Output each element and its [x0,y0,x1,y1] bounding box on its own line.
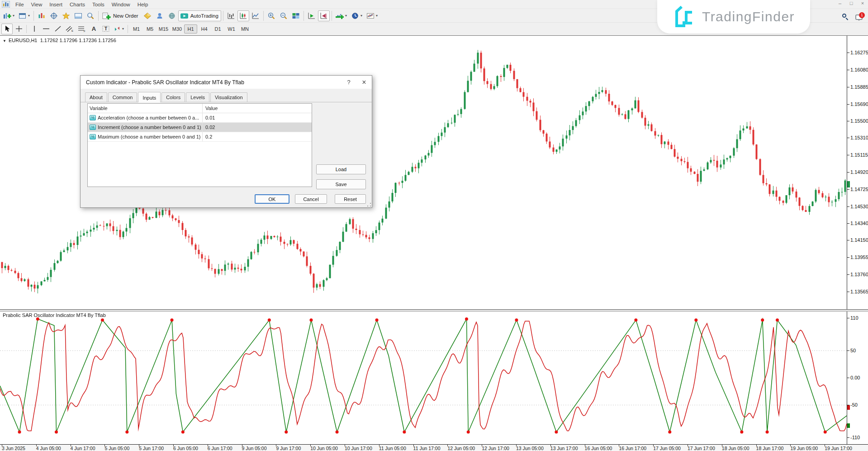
timeframe-d1[interactable]: D1 [211,24,224,34]
dialog-title: Custom Indicator - Prabolic SAR Oscillat… [86,79,341,86]
tab-about[interactable]: About [85,92,107,102]
price-axis-label: 1.14530 [850,204,868,209]
vertical-line-button[interactable] [28,24,40,34]
menu-file[interactable]: File [12,2,28,7]
dialog-help-button[interactable]: ? [341,76,356,89]
zoom-out-button[interactable] [278,10,289,21]
param-row-increment[interactable]: ½Increment (choose a number between 0 an… [88,123,312,132]
alerts-button[interactable] [166,10,178,21]
time-axis-label: 13 Jun 17:00 [550,446,578,451]
toolbar-separator [223,11,223,21]
fibonacci-button[interactable]: F [76,24,88,34]
time-axis-label: 16 Jun 17:00 [619,446,646,451]
time-axis-label: 10 Jun 17:00 [345,446,372,451]
community-button[interactable] [154,10,166,21]
chat-icon[interactable]: 1 [855,14,863,20]
text-label-button[interactable]: T [100,24,111,34]
candlestick-chart-button[interactable] [237,10,249,21]
text-tool-button[interactable]: A [88,24,100,34]
line-chart-button[interactable] [250,10,261,21]
dialog-resize-grip[interactable] [367,203,371,206]
search-icon[interactable] [842,14,849,20]
market-watch-button[interactable] [36,10,47,21]
autotrading-icon [180,12,189,19]
dialog-close-button[interactable]: × [356,76,372,89]
cancel-button[interactable]: Cancel [295,194,327,204]
timeframe-w1[interactable]: W1 [225,24,238,34]
reset-button[interactable]: Reset [335,194,366,204]
zoom-in-button[interactable] [266,10,277,21]
param-row-maximum[interactable]: ½Maximum (choose a number between 0 and … [88,132,312,142]
param-value[interactable]: 0.02 [203,125,312,130]
indicator-axis-label: -50 [850,402,858,408]
strategy-tester-button[interactable] [85,10,96,21]
param-value[interactable]: 0.01 [203,115,312,120]
toolbar-separator [33,11,34,21]
navigator-button[interactable] [60,10,72,21]
load-button[interactable]: Load [316,164,366,174]
variable-column-header[interactable]: Variable [88,104,203,113]
timeframe-m30[interactable]: M30 [171,24,184,34]
crosshair-tool-button[interactable] [13,24,24,34]
param-value[interactable]: 0.2 [203,134,312,139]
menu-charts[interactable]: Charts [66,2,89,7]
metaeditor-button[interactable] [142,10,153,21]
timeframe-mn[interactable]: MN [238,24,251,34]
price-axis[interactable]: 1.162751.160801.158851.156901.155001.153… [847,36,868,309]
time-axis[interactable]: 3 Jun 20254 Jun 05:004 Jun 17:005 Jun 05… [0,444,868,451]
cursor-button[interactable] [1,24,13,34]
timeframe-m5[interactable]: M5 [143,24,157,34]
time-axis-label: 19 Jun 17:00 [825,446,852,451]
time-axis-label: 18 Jun 17:00 [756,446,784,451]
timeframe-h1[interactable]: H1 [184,24,197,34]
save-button[interactable]: Save [316,179,366,189]
restore-button[interactable]: □ [848,0,855,6]
timeframe-h4[interactable]: H4 [198,24,211,34]
templates-button[interactable]: ▾ [365,10,379,21]
crosshair-tool-icon [15,25,23,32]
indicator-axis[interactable]: 110500.00-50-110 [847,312,868,444]
minimize-button[interactable]: – [836,0,844,6]
chart-shift-button[interactable] [318,10,330,21]
chevron-down-icon: ▾ [13,14,14,18]
tile-windows-button[interactable] [290,10,302,21]
terminal-button[interactable] [72,10,84,21]
menu-help[interactable]: Help [134,2,152,7]
periods-button[interactable]: ▾ [349,10,364,21]
tab-visualization[interactable]: Visualization [210,92,247,102]
profiles-button[interactable]: ▾ [17,10,32,21]
trendline-button[interactable] [52,24,63,34]
new-order-button[interactable]: New Order [100,10,141,21]
equidistant-channel-button[interactable]: E [64,24,76,34]
indicators-button[interactable]: ▾ [334,10,349,21]
data-window-button[interactable] [48,10,60,21]
price-axis-label: 1.14340 [850,221,868,226]
tab-common[interactable]: Common [108,92,138,102]
price-axis-label: 1.13955 [850,254,868,260]
ok-button[interactable]: OK [255,194,289,204]
menu-tools[interactable]: Tools [89,2,108,7]
close-button[interactable]: × [859,0,866,6]
timeframe-m1[interactable]: M1 [130,24,143,34]
bar-chart-button[interactable] [225,10,237,21]
value-column-header[interactable]: Value [203,106,312,111]
menu-view[interactable]: View [28,2,46,7]
autotrading-button[interactable]: AutoTrading [178,10,221,21]
expand-triangle-icon[interactable]: ▼ [3,39,6,43]
horizontal-line-button[interactable] [40,24,52,34]
time-axis-label: 12 Jun 05:00 [447,446,475,451]
tab-inputs[interactable]: Inputs [138,92,161,102]
auto-scroll-button[interactable] [306,10,318,21]
time-axis-label: 9 Jun 05:00 [242,446,267,451]
tab-levels[interactable]: Levels [186,92,209,102]
new-chart-button[interactable]: ▾ [1,10,16,21]
tab-colors[interactable]: Colors [161,92,185,102]
parameter-type-icon: ½ [90,134,96,139]
param-row-acceleration[interactable]: ½Acceleration (choose a number between 0… [88,113,312,123]
menu-insert[interactable]: Insert [46,2,66,7]
menu-window[interactable]: Window [108,2,134,7]
arrows-tool-button[interactable]: ▾ [112,24,126,34]
indicator-canvas[interactable] [0,312,847,444]
timeframe-m15[interactable]: M15 [157,24,170,34]
channel-icon: E [66,25,74,32]
